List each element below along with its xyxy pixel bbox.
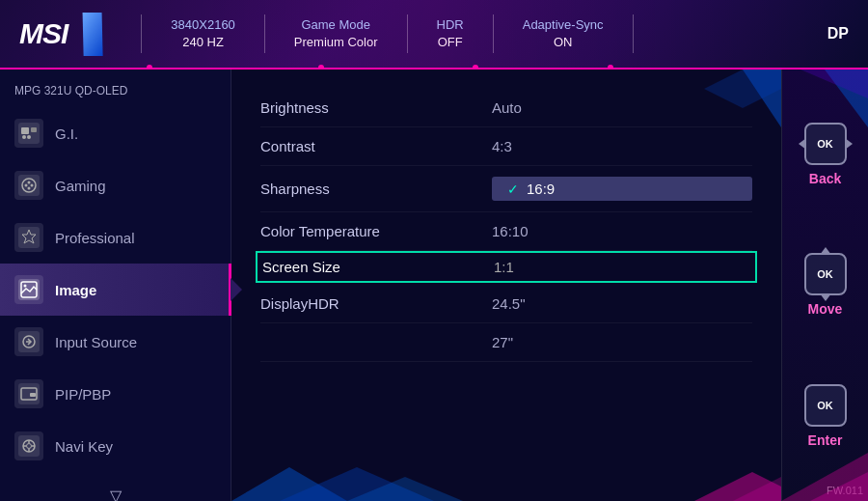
back-arrow-left xyxy=(799,138,806,150)
menu-item-27in[interactable]: 27" xyxy=(260,323,752,362)
svg-marker-32 xyxy=(280,467,434,501)
dp-label: DP xyxy=(808,25,868,42)
sharpness-checkmark: ✓ xyxy=(507,181,519,197)
svg-point-10 xyxy=(25,184,28,187)
move-button-icon: OK xyxy=(804,253,847,295)
right-panel: OK Back OK Move OK Enter FW.011 xyxy=(781,70,868,501)
svg-marker-0 xyxy=(79,13,107,56)
sidebar-item-input-source[interactable]: Input Source xyxy=(0,316,231,368)
input-source-icon xyxy=(14,327,43,356)
content-area: Brightness Auto Contrast 4:3 Sharpness ✓… xyxy=(231,70,781,501)
brightness-value: Auto xyxy=(492,99,752,116)
svg-rect-4 xyxy=(21,127,29,134)
display-hdr-value: 24.5" xyxy=(492,295,752,312)
menu-item-display-hdr[interactable]: DisplayHDR 24.5" xyxy=(260,285,752,323)
sidebar-item-navi-key[interactable]: Navi Key xyxy=(0,420,231,472)
pip-pbp-icon xyxy=(14,379,43,408)
header-resolution: 3840X2160 240 HZ xyxy=(147,16,259,51)
sharpness-value: ✓ 16:9 xyxy=(492,177,752,201)
move-label: Move xyxy=(808,301,843,317)
screen-size-value: 1:1 xyxy=(494,259,755,275)
contrast-label: Contrast xyxy=(260,138,492,154)
enter-button[interactable]: OK Enter xyxy=(804,384,847,448)
svg-point-12 xyxy=(28,181,31,184)
msi-logo-slash xyxy=(73,8,117,61)
menu-item-sharpness[interactable]: Sharpness ✓ 16:9 xyxy=(260,166,752,212)
menu-item-screen-size[interactable]: Screen Size 1:1 xyxy=(256,251,757,283)
bottom-deco xyxy=(231,467,781,501)
header-banner: msi 3840X2160 240 HZ Game Mode Premium C… xyxy=(0,0,868,70)
input-source-label: Input Source xyxy=(55,334,137,350)
svg-point-6 xyxy=(22,135,26,139)
sharpness-label: Sharpness xyxy=(260,181,492,197)
screen-size-label: Screen Size xyxy=(262,259,494,275)
header-div-4 xyxy=(493,14,494,53)
svg-point-13 xyxy=(28,187,31,190)
move-arrow-up xyxy=(820,247,831,255)
menu-item-color-temp[interactable]: Color Temperature 16:10 xyxy=(260,212,752,251)
pip-pbp-label: PIP/PBP xyxy=(55,386,111,403)
main-content: MPG 321U QD-OLED G.I. xyxy=(0,70,868,501)
svg-marker-33 xyxy=(347,477,463,501)
enter-label: Enter xyxy=(808,432,843,448)
header-div-3 xyxy=(407,14,408,53)
move-button[interactable]: OK Move xyxy=(804,253,847,317)
svg-rect-24 xyxy=(18,435,40,457)
svg-rect-23 xyxy=(30,393,36,397)
header-hdr: HDR OFF xyxy=(413,16,488,51)
msi-logo-text: msi xyxy=(19,17,68,50)
image-icon xyxy=(14,275,43,304)
header-div-2 xyxy=(264,14,265,53)
gaming-label: Gaming xyxy=(55,178,106,194)
msi-logo: msi xyxy=(0,8,136,61)
color-temp-label: Color Temperature xyxy=(260,223,492,239)
header-adaptive-sync: Adaptive-Sync ON xyxy=(499,16,628,51)
gi-label: G.I. xyxy=(55,125,78,142)
back-arrow-right xyxy=(845,138,853,150)
move-arrow-down xyxy=(820,293,831,301)
gaming-icon xyxy=(14,171,43,200)
svg-marker-31 xyxy=(231,467,347,501)
svg-point-11 xyxy=(31,184,34,187)
back-label: Back xyxy=(809,171,841,186)
navi-key-icon xyxy=(14,431,43,460)
monitor-model: MPG 321U QD-OLED xyxy=(0,79,231,107)
svg-point-18 xyxy=(24,285,27,288)
back-button-icon: OK xyxy=(804,123,847,165)
header-div-5 xyxy=(633,14,634,53)
professional-icon xyxy=(14,223,43,252)
fw-version: FW.011 xyxy=(827,485,863,496)
sidebar-item-gaming[interactable]: Gaming xyxy=(0,159,231,211)
color-temp-value: 16:10 xyxy=(492,223,752,239)
move-ok-text: OK xyxy=(817,268,833,280)
sidebar-item-pip-pbp[interactable]: PIP/PBP xyxy=(0,368,231,420)
sidebar-scroll-down[interactable]: ▽ xyxy=(0,477,231,501)
svg-marker-34 xyxy=(694,472,781,501)
sharpness-value-text: 16:9 xyxy=(527,181,555,197)
gi-icon xyxy=(14,119,43,148)
header-div-1 xyxy=(141,14,142,53)
svg-marker-35 xyxy=(733,477,781,501)
svg-rect-5 xyxy=(31,127,37,132)
image-label: Image xyxy=(55,282,96,298)
contrast-value: 4:3 xyxy=(492,138,752,154)
scroll-down-arrow: ▽ xyxy=(110,487,122,501)
back-ok-text: OK xyxy=(817,138,833,150)
sidebar-item-image[interactable]: Image xyxy=(0,264,231,316)
sidebar-item-gi[interactable]: G.I. xyxy=(0,107,231,159)
navi-key-label: Navi Key xyxy=(55,438,113,455)
enter-button-icon: OK xyxy=(804,384,847,427)
menu-item-brightness[interactable]: Brightness Auto xyxy=(260,89,752,127)
header-game-mode: Game Mode Premium Color xyxy=(270,16,402,51)
back-button[interactable]: OK Back xyxy=(804,123,847,186)
svg-point-7 xyxy=(27,135,31,139)
enter-ok-text: OK xyxy=(817,400,833,411)
sidebar: MPG 321U QD-OLED G.I. xyxy=(0,70,231,501)
menu-item-contrast[interactable]: Contrast 4:3 xyxy=(260,127,752,166)
27in-value: 27" xyxy=(492,334,752,350)
sidebar-item-professional[interactable]: Professional xyxy=(0,211,231,264)
professional-label: Professional xyxy=(55,230,135,246)
display-hdr-label: DisplayHDR xyxy=(260,295,492,312)
brightness-label: Brightness xyxy=(260,99,492,116)
